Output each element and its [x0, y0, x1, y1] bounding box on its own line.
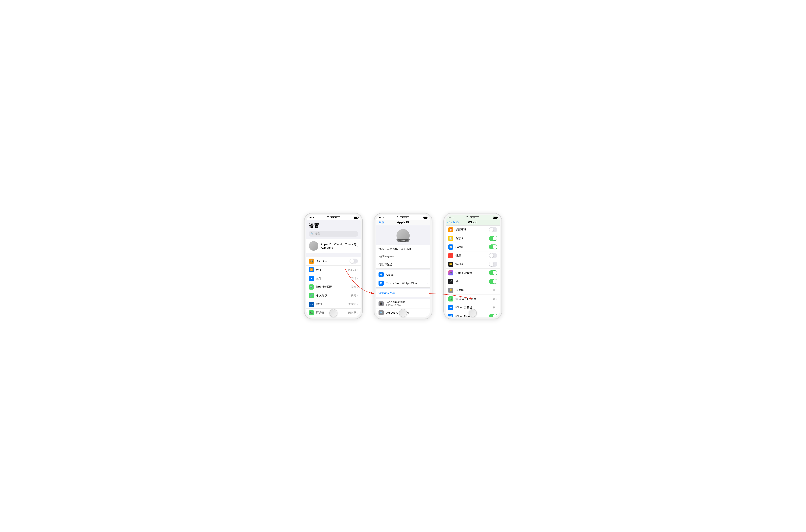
keychain-chevron: › [496, 289, 497, 292]
row-vpn[interactable]: VPN VPN 未连接 › [306, 300, 361, 309]
home-button-2[interactable] [399, 309, 407, 317]
row-health[interactable]: ❤️ 健康 [446, 251, 500, 260]
name-phone-email-label: 姓名、电话号码、电子邮件 [379, 247, 427, 251]
speaker-1 [330, 216, 340, 217]
row-wallet[interactable]: 💳 Wallet [446, 260, 500, 269]
apple-id-screen: 编辑 姓名、电话号码、电子邮件 › 密码与安全性 › 付款与配送 › [376, 225, 430, 317]
row-notes[interactable]: 📝 备忘录 [446, 234, 500, 243]
icloud-drive-toggle[interactable] [489, 314, 497, 317]
iphone-2: ▲ 09:41 ‹ 设置 Apple ID [374, 213, 433, 319]
row-name-phone-email[interactable]: 姓名、电话号码、电子邮件 › [376, 245, 430, 253]
signal-2 [379, 216, 381, 218]
vpn-icon: VPN [309, 302, 314, 307]
device-2-chevron: › [427, 311, 428, 314]
row-reminders[interactable]: ⏰ 提醒事项 [446, 226, 500, 234]
apple-id-avatar: 编辑 [397, 229, 410, 242]
wifi-row-icon: 📶 [309, 267, 314, 272]
search-placeholder: 搜索 [315, 232, 320, 235]
airplane-toggle[interactable] [349, 259, 358, 264]
iphone-1-top [327, 216, 340, 217]
safari-icon: 🧭 [448, 244, 453, 250]
siri-toggle[interactable] [489, 279, 497, 284]
icloud-security-table: 🔑 钥匙串 开 › 🔍 查找我的 iPhone 开 › ☁️ iCloud 云备… [446, 286, 500, 312]
home-button-1[interactable] [329, 309, 338, 317]
reminders-icon: ⏰ [448, 227, 453, 232]
row-cellular[interactable]: 📡 蜂窝移动网络 关闭 › [306, 283, 361, 291]
keychain-label: 钥匙串 [456, 288, 493, 292]
icloud-apps-table: ⏰ 提醒事项 📝 备忘录 [446, 225, 500, 286]
row-siri[interactable]: 🎤 Siri [446, 277, 500, 286]
status-right-2 [423, 216, 427, 218]
row-bluetooth[interactable]: ✦ 蓝牙 关闭 › [306, 274, 361, 283]
search-icon: 🔍 [311, 232, 313, 235]
notes-toggle[interactable] [489, 236, 497, 241]
bluetooth-label: 蓝牙 [316, 277, 351, 280]
family-sharing-label: 设置家人共享... [379, 291, 428, 295]
screen-3: ▲ 09:41 ‹ Apple ID iCloud [446, 215, 500, 317]
find-iphone-value: 开 [493, 297, 495, 301]
avatar-edit-label[interactable]: 编辑 [397, 239, 410, 242]
device-1-chevron: › [427, 302, 428, 305]
health-label: 健康 [456, 254, 489, 257]
icloud-backup-label: iCloud 云备份 [456, 306, 493, 309]
game-center-label: Game Center [456, 271, 489, 274]
nav-back-2[interactable]: ‹ 设置 [378, 221, 384, 224]
profile-label: Apple ID、iCloud、iTunes 与 App Store [321, 243, 357, 249]
row-hotspot[interactable]: 🔗 个人热点 关闭 › [306, 291, 361, 300]
wifi-label: Wi-Fi [316, 268, 348, 271]
battery-3 [493, 216, 497, 218]
siri-label: Siri [456, 280, 489, 283]
search-bar[interactable]: 🔍 搜索 [309, 231, 358, 236]
row-family-sharing[interactable]: 设置家人共享... [376, 289, 430, 297]
row-password-security[interactable]: 密码与安全性 › [376, 253, 430, 261]
vpn-chevron: › [357, 303, 358, 306]
iphone-2-top [397, 216, 409, 217]
itunes-label: iTunes Store 与 App Store [386, 282, 427, 285]
status-right-1 [354, 216, 358, 218]
row-device-1[interactable]: 📱 WODEIPHONE 此 iPhone 7 Plus › [376, 299, 430, 308]
device-1-sub: 此 iPhone 7 Plus [386, 304, 427, 307]
siri-icon: 🎤 [448, 279, 453, 284]
row-safari[interactable]: 🧭 Safari [446, 243, 500, 251]
icloud-drive-icon: ☁️ [448, 314, 453, 317]
home-button-3[interactable] [469, 309, 477, 317]
keychain-icon: 🔑 [448, 288, 453, 293]
row-itunes-appstore[interactable]: 🅰 iTunes Store 与 App Store › [376, 279, 430, 287]
apple-id-info-table: 姓名、电话号码、电子邮件 › 密码与安全性 › 付款与配送 › [376, 245, 430, 269]
row-icloud[interactable]: ☁️ iCloud › [376, 270, 430, 279]
row-wifi[interactable]: 📶 Wi-Fi i4.5G2 › [306, 266, 361, 274]
nav-back-3[interactable]: ‹ Apple ID [447, 221, 459, 224]
speaker-2 [400, 216, 409, 217]
wallet-toggle[interactable] [489, 262, 497, 267]
nav-title-2: Apple ID [397, 221, 409, 224]
cellular-chevron: › [357, 286, 358, 288]
row-find-iphone[interactable]: 🔍 查找我的 iPhone 开 › [446, 295, 500, 303]
nav-bar-2: ‹ 设置 Apple ID [376, 220, 430, 225]
profile-row[interactable]: Apple ID、iCloud、iTunes 与 App Store › [306, 239, 361, 253]
iphone-3: ▲ 09:41 ‹ Apple ID iCloud [443, 213, 502, 319]
wallet-icon: 💳 [448, 262, 453, 267]
profile-info: Apple ID、iCloud、iTunes 与 App Store [321, 243, 357, 249]
password-security-label: 密码与安全性 [379, 255, 427, 259]
health-toggle[interactable] [489, 253, 497, 258]
find-iphone-label: 查找我的 iPhone [456, 297, 493, 301]
hotspot-icon: 🔗 [309, 293, 314, 298]
itunes-chevron: › [427, 282, 428, 285]
row-airplane[interactable]: ✈️ 飞行模式 [306, 257, 361, 266]
scene: ▲ 09:41 设置 🔍 搜索 [304, 213, 502, 319]
device-2-icon: 💎 [379, 310, 384, 315]
carrier-icon: 📞 [309, 310, 314, 316]
back-label-3: Apple ID [449, 221, 459, 224]
find-iphone-icon: 🔍 [448, 296, 453, 302]
row-payment-delivery[interactable]: 付款与配送 › [376, 261, 430, 268]
icloud-label: iCloud [386, 273, 427, 276]
game-center-toggle[interactable] [489, 270, 497, 275]
vpn-label: VPN [316, 303, 348, 306]
iphone-1: ▲ 09:41 设置 🔍 搜索 [304, 213, 363, 319]
safari-toggle[interactable] [489, 244, 497, 249]
profile-chevron: › [357, 244, 358, 247]
settings-table: ✈️ 飞行模式 📶 Wi-Fi i4.5G2 › [306, 257, 361, 317]
row-game-center[interactable]: 🎮 Game Center [446, 269, 500, 277]
row-keychain[interactable]: 🔑 钥匙串 开 › [446, 286, 500, 295]
reminders-toggle[interactable] [489, 227, 497, 232]
